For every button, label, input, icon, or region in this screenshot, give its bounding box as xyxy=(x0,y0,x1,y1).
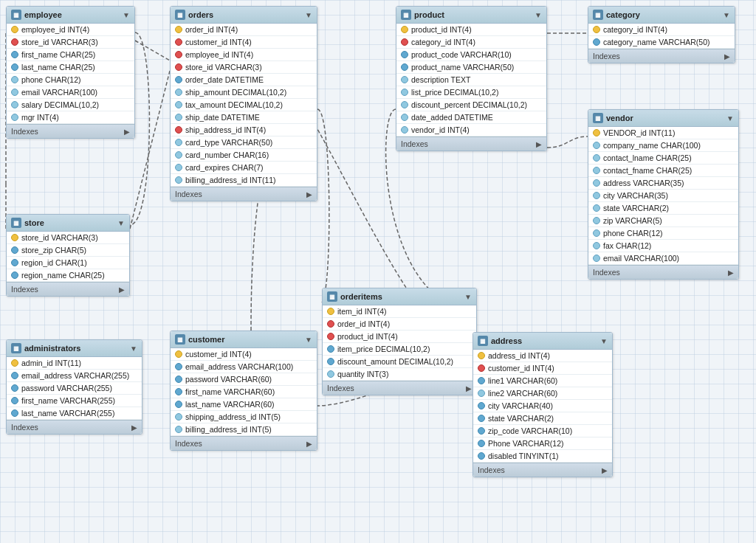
table-collapse-arrow-orders[interactable]: ▼ xyxy=(305,11,312,19)
field-text: city VARCHAR(35) xyxy=(603,191,668,200)
field-text: first_name CHAR(25) xyxy=(21,50,95,59)
table-row: billing_address_id INT(11) xyxy=(171,174,317,187)
field-icon-nullable xyxy=(175,139,182,146)
table-collapse-arrow-administrators[interactable]: ▼ xyxy=(130,345,137,353)
table-collapse-arrow-orderitems[interactable]: ▼ xyxy=(464,293,472,301)
field-icon-key xyxy=(593,26,600,33)
table-collapse-arrow-address[interactable]: ▼ xyxy=(600,337,608,345)
table-row: store_id VARCHAR(3) xyxy=(7,36,134,49)
table-row: tax_amount DECIMAL(10,2) xyxy=(171,99,317,111)
indexes-expand-icon[interactable]: ▶ xyxy=(131,423,137,432)
table-collapse-arrow-store[interactable]: ▼ xyxy=(117,219,125,227)
table-row: ship_amount DECIMAL(10,2) xyxy=(171,86,317,99)
field-icon-field xyxy=(11,246,18,254)
indexes-expand-icon[interactable]: ▶ xyxy=(306,440,312,448)
field-icon-nullable xyxy=(593,154,600,162)
indexes-address[interactable]: Indexes▶ xyxy=(473,463,612,477)
indexes-expand-icon[interactable]: ▶ xyxy=(124,128,130,136)
table-row: quantity INT(3) xyxy=(323,368,476,381)
table-title-store: store xyxy=(24,218,44,227)
table-header-orderitems[interactable]: ▦orderitems▼ xyxy=(323,288,476,305)
table-header-category[interactable]: ▦category▼ xyxy=(588,7,735,24)
table-row: store_id VARCHAR(3) xyxy=(171,61,317,74)
indexes-category[interactable]: Indexes▶ xyxy=(588,49,735,63)
indexes-orderitems[interactable]: Indexes▶ xyxy=(323,381,476,395)
field-icon-nullable xyxy=(11,89,18,96)
table-row: phone CHAR(12) xyxy=(588,227,738,240)
table-icon-employee: ▦ xyxy=(11,10,21,20)
table-row: region_name CHAR(25) xyxy=(7,269,129,282)
table-header-address[interactable]: ▦address▼ xyxy=(473,333,612,350)
table-icon-orders: ▦ xyxy=(175,10,185,20)
table-collapse-arrow-category[interactable]: ▼ xyxy=(723,11,730,19)
field-text: region_id CHAR(1) xyxy=(21,258,87,267)
field-text: zip VARCHAR(5) xyxy=(603,216,662,225)
indexes-expand-icon[interactable]: ▶ xyxy=(119,286,125,294)
field-icon-nullable xyxy=(401,126,408,134)
indexes-expand-icon[interactable]: ▶ xyxy=(724,52,730,60)
table-row: card_expires CHAR(7) xyxy=(171,162,317,174)
table-header-employee[interactable]: ▦employee▼ xyxy=(7,7,134,24)
field-icon-fk xyxy=(175,51,182,58)
field-text: email_address VARCHAR(255) xyxy=(21,371,129,380)
field-text: card_expires CHAR(7) xyxy=(185,163,264,172)
indexes-expand-icon[interactable]: ▶ xyxy=(466,384,472,392)
indexes-product[interactable]: Indexes▶ xyxy=(396,136,546,151)
field-text: discount_amount DECIMAL(10,2) xyxy=(337,357,453,366)
table-row: first_name VARCHAR(60) xyxy=(171,386,317,398)
field-text: discount_percent DECIMAL(10,2) xyxy=(411,100,527,109)
indexes-vendor[interactable]: Indexes▶ xyxy=(588,265,738,279)
table-collapse-arrow-product[interactable]: ▼ xyxy=(535,11,542,19)
table-header-administrators[interactable]: ▦administrators▼ xyxy=(7,340,142,357)
table-row: item_id INT(4) xyxy=(323,305,476,318)
field-icon-field xyxy=(478,402,485,409)
field-icon-field xyxy=(11,272,18,279)
table-collapse-arrow-vendor[interactable]: ▼ xyxy=(726,114,734,122)
field-icon-field xyxy=(11,409,18,417)
indexes-customer[interactable]: Indexes▶ xyxy=(171,436,317,450)
field-text: password VARCHAR(60) xyxy=(185,375,272,384)
table-row: employee_id INT(4) xyxy=(7,24,134,36)
field-text: product_name VARCHAR(50) xyxy=(411,63,514,72)
field-text: last_name VARCHAR(255) xyxy=(21,409,114,418)
indexes-expand-icon[interactable]: ▶ xyxy=(306,190,312,198)
table-row: vendor_id INT(4) xyxy=(396,124,546,136)
table-row: city VARCHAR(40) xyxy=(473,400,612,412)
field-icon-field xyxy=(327,358,334,365)
field-icon-field xyxy=(478,377,485,384)
table-collapse-arrow-employee[interactable]: ▼ xyxy=(123,11,130,19)
indexes-expand-icon[interactable]: ▶ xyxy=(602,466,608,474)
table-title-product: product xyxy=(414,10,444,19)
indexes-administrators[interactable]: Indexes▶ xyxy=(7,420,142,434)
table-collapse-arrow-customer[interactable]: ▼ xyxy=(305,336,312,344)
table-row: city VARCHAR(35) xyxy=(588,190,738,202)
table-header-product[interactable]: ▦product▼ xyxy=(396,7,546,24)
field-text: card_type VARCHAR(50) xyxy=(185,138,272,147)
indexes-employee[interactable]: Indexes▶ xyxy=(7,124,134,138)
table-row: product_id INT(4) xyxy=(396,24,546,36)
table-row: billing_address_id INT(5) xyxy=(171,423,317,436)
table-row: store_id VARCHAR(3) xyxy=(7,232,129,244)
field-text: mgr INT(4) xyxy=(21,113,59,122)
field-text: address_id INT(4) xyxy=(488,351,550,360)
field-text: store_zip CHAR(5) xyxy=(21,246,86,255)
field-text: order_date DATETIME xyxy=(185,75,264,84)
table-title-administrators: administrators xyxy=(24,344,80,353)
table-icon-category: ▦ xyxy=(593,10,603,20)
field-text: vendor_id INT(4) xyxy=(411,125,470,134)
field-icon-nullable xyxy=(11,101,18,108)
indexes-orders[interactable]: Indexes▶ xyxy=(171,187,317,201)
table-header-customer[interactable]: ▦customer▼ xyxy=(171,331,317,348)
indexes-store[interactable]: Indexes▶ xyxy=(7,282,129,296)
field-icon-nullable xyxy=(401,89,408,96)
indexes-expand-icon[interactable]: ▶ xyxy=(536,140,542,148)
table-address: ▦address▼address_id INT(4)customer_id IN… xyxy=(472,332,613,477)
table-header-store[interactable]: ▦store▼ xyxy=(7,215,129,232)
table-title-employee: employee xyxy=(24,10,62,19)
table-category: ▦category▼category_id INT(4)category_nam… xyxy=(588,6,735,63)
indexes-expand-icon[interactable]: ▶ xyxy=(728,269,734,277)
field-text: order_id INT(4) xyxy=(337,319,390,328)
table-header-orders[interactable]: ▦orders▼ xyxy=(171,7,317,24)
table-header-vendor[interactable]: ▦vendor▼ xyxy=(588,110,738,127)
table-store: ▦store▼store_id VARCHAR(3)store_zip CHAR… xyxy=(6,214,130,297)
